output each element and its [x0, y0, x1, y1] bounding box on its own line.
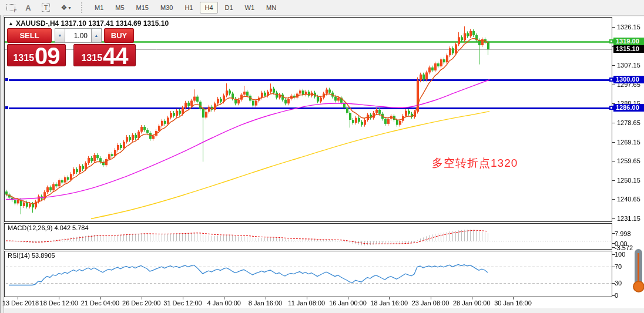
- sell-button[interactable]: SELL: [7, 28, 52, 43]
- chart-title-text: XAUUSD-,H4 1317.10 1317.41 1314.69 1315.…: [16, 19, 169, 28]
- price-axis-label: 1259.65: [617, 157, 640, 164]
- macd-indicator-label: MACD(12,26,9) 4.042 5.784: [8, 224, 89, 231]
- time-axis-label: 18 Jan 16:00: [367, 299, 411, 307]
- time-axis-label: 21 Dec 04:00: [79, 299, 122, 307]
- price-level-badge: 1286.00: [613, 104, 644, 112]
- chart-title: ▲XAUUSD-,H4 1317.10 1317.41 1314.69 1315…: [8, 19, 169, 28]
- time-axis-label: 4 Jan 00:00: [202, 299, 246, 307]
- buy-price-pips: 44: [103, 46, 128, 66]
- level-anchor-right: [609, 39, 613, 43]
- price-axis-label: 1231.15: [617, 215, 640, 222]
- macd-axis-label: 7.998: [615, 230, 631, 237]
- symbol-triangle-icon: ▲: [8, 21, 14, 26]
- thermometer-icon: [633, 249, 644, 296]
- level-anchor-left: [5, 106, 9, 110]
- volume-stepper: ▼ ▲: [55, 28, 102, 43]
- rsi-indicator-label: RSI(14) 53.8905: [8, 252, 55, 259]
- price-axis-label: 1250.15: [617, 177, 640, 184]
- one-click-trading-panel: SELL ▼ ▲ BUY 1315 09 1315 44: [7, 28, 136, 66]
- thermometer-mercury: [638, 253, 639, 282]
- volume-increase-button[interactable]: ▲: [91, 28, 102, 43]
- price-axis-label: 1240.65: [617, 196, 640, 203]
- time-axis-label: 30 Jan 16:00: [491, 299, 535, 307]
- volume-input[interactable]: [65, 28, 91, 43]
- time-axis-label: 18 Dec 12:00: [37, 299, 80, 307]
- price-level-badge: 1319.00: [613, 38, 644, 45]
- sell-price-main: 1315: [13, 53, 34, 63]
- time-axis-label: 23 Jan 08:00: [409, 299, 452, 307]
- time-axis-label: 16 Jan 00:00: [326, 299, 370, 307]
- time-axis-label: 31 Dec 12:00: [161, 299, 204, 307]
- level-anchor-right: [609, 78, 613, 82]
- time-axis-label: 13 Dec 2018: [0, 299, 42, 307]
- price-axis-label: 1278.65: [617, 119, 640, 126]
- price-axis-label: 1269.15: [617, 139, 640, 146]
- volume-decrease-button[interactable]: ▼: [55, 28, 65, 43]
- mt4-window: F A T ❖ ▾ M1M5M15M30H1H4D1W1MN ▲XAUUSD-,…: [0, 0, 644, 313]
- buy-button[interactable]: BUY: [104, 28, 134, 43]
- time-axis-label: 28 Jan 00:00: [450, 299, 494, 307]
- thermometer-bulb: [633, 281, 644, 292]
- level-anchor-left: [5, 78, 9, 82]
- rsi-axis-label: 30: [615, 280, 622, 287]
- time-axis-label: 26 Dec 20:00: [120, 299, 163, 307]
- caret-down-icon: ▼: [58, 33, 62, 38]
- sell-price-display[interactable]: 1315 09: [7, 44, 66, 66]
- sell-price-pips: 09: [35, 46, 60, 66]
- chart-annotation: 多空转折点1320: [432, 156, 518, 171]
- rsi-axis-label: 70: [615, 263, 622, 270]
- price-level-badge: 1300.00: [613, 76, 644, 83]
- current-price-badge: 1315.10: [613, 45, 644, 53]
- buy-price-display[interactable]: 1315 44: [73, 44, 136, 66]
- price-axis-label: 1307.15: [617, 62, 640, 69]
- level-anchor-right: [609, 106, 613, 110]
- time-axis-label: 11 Jan 08:00: [285, 299, 328, 307]
- price-axis-label: 1326.15: [617, 23, 640, 31]
- rsi-axis-label: 100: [615, 251, 625, 258]
- caret-up-icon: ▲: [95, 33, 99, 38]
- buy-price-main: 1315: [81, 53, 102, 63]
- rsi-axis-label: 0: [615, 292, 618, 299]
- time-axis-label: 8 Jan 16:00: [244, 299, 287, 307]
